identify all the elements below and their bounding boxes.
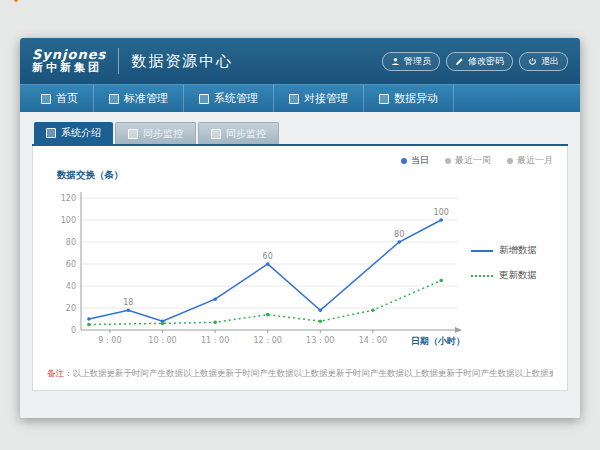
filter-last-week[interactable]: 最近一周: [445, 154, 491, 167]
home-icon: [41, 94, 51, 104]
svg-text:日期（小时）: 日期（小时）: [411, 336, 465, 346]
tab-bar: 系统介绍 同步监控 同步监控: [34, 122, 568, 144]
svg-text:120: 120: [61, 194, 76, 203]
svg-text:11：00: 11：00: [201, 336, 229, 345]
nav-label: 标准管理: [124, 91, 168, 106]
company-logo[interactable]: Synjones 新中新集团: [32, 48, 106, 74]
svg-text:100: 100: [61, 216, 76, 225]
svg-text:12：00: 12：00: [254, 336, 282, 345]
solid-line-icon: [471, 250, 493, 252]
chart-panel: 当日 最近一周 最近一月 数据交换（条） 0204060801001209：00…: [32, 146, 568, 391]
nav-item-home[interactable]: 首页: [26, 85, 94, 112]
svg-text:100: 100: [434, 208, 449, 217]
chart-row: 0204060801001209：0010：0011：0012：0013：001…: [47, 182, 553, 360]
logout-icon: [528, 57, 537, 66]
footnote: 备注：以上数据更新于时间产生数据以上数据更新于时间产生数据以上数据更新于时间产生…: [47, 368, 553, 380]
grid-icon: [46, 128, 56, 138]
tab-label: 系统介绍: [61, 126, 101, 140]
page-title: 数据资源中心: [131, 52, 233, 71]
app-header: Synjones 新中新集团 数据资源中心 管理员 修改密码 退出: [20, 38, 580, 84]
svg-text:60: 60: [66, 260, 76, 269]
header-divider: [118, 48, 119, 74]
svg-text:20: 20: [66, 304, 76, 313]
logo-company-name: 新中新集团: [32, 62, 106, 74]
svg-text:80: 80: [66, 238, 76, 247]
legend-item-updated-data[interactable]: 更新数据: [471, 269, 551, 282]
nav-item-integration[interactable]: 对接管理: [274, 85, 364, 112]
nav-item-system[interactable]: 系统管理: [184, 85, 274, 112]
dot-icon: [445, 158, 451, 164]
monitor-icon: [211, 129, 221, 139]
svg-text:9：00: 9：00: [98, 336, 121, 345]
legend-label: 更新数据: [499, 269, 537, 282]
nav-label: 首页: [56, 91, 78, 106]
footnote-label: 备注：: [47, 368, 73, 378]
admin-user-button[interactable]: 管理员: [382, 52, 440, 71]
svg-text:13：00: 13：00: [306, 336, 334, 345]
legend-label: 新增数据: [499, 244, 537, 257]
chart-legend: 新增数据 更新数据: [471, 244, 551, 282]
change-password-button[interactable]: 修改密码: [446, 52, 513, 71]
nav-label: 对接管理: [304, 91, 348, 106]
tab-system-intro[interactable]: 系统介绍: [34, 122, 113, 144]
edit-icon: [455, 57, 464, 66]
user-icon: [391, 57, 400, 66]
svg-text:40: 40: [66, 282, 76, 291]
time-filter-group: 当日 最近一周 最近一月: [47, 154, 553, 167]
y-axis-title: 数据交换（条）: [57, 169, 553, 182]
filter-today[interactable]: 当日: [401, 154, 429, 167]
logo-wordmark: Synjones: [32, 48, 106, 62]
svg-text:18: 18: [123, 298, 133, 307]
svg-text:14：00: 14：00: [359, 336, 387, 345]
logout-button[interactable]: 退出: [519, 52, 568, 71]
filter-last-month[interactable]: 最近一月: [507, 154, 553, 167]
integration-icon: [289, 94, 299, 104]
svg-text:0: 0: [71, 326, 76, 335]
filter-label: 最近一月: [517, 154, 553, 167]
nav-label: 系统管理: [214, 91, 258, 106]
tab-sync-monitor-1[interactable]: 同步监控: [115, 122, 196, 144]
content-area: 系统介绍 同步监控 同步监控 当日 最近一周: [20, 112, 580, 418]
data-change-icon: [379, 94, 389, 104]
filter-label: 当日: [411, 154, 429, 167]
svg-text:10：00: 10：00: [148, 336, 176, 345]
tab-label: 同步监控: [226, 127, 266, 141]
legend-item-new-data[interactable]: 新增数据: [471, 244, 551, 257]
dotted-line-icon: [471, 275, 493, 277]
filter-label: 最近一周: [455, 154, 491, 167]
main-nav: 首页 标准管理 系统管理 对接管理 数据异动: [20, 84, 580, 112]
tab-label: 同步监控: [143, 127, 183, 141]
change-password-label: 修改密码: [468, 55, 504, 68]
tab-sync-monitor-2[interactable]: 同步监控: [198, 122, 279, 144]
svg-text:80: 80: [394, 230, 404, 239]
system-icon: [199, 94, 209, 104]
nav-item-standards[interactable]: 标准管理: [94, 85, 184, 112]
admin-user-label: 管理员: [404, 55, 431, 68]
dot-icon: [507, 158, 513, 164]
nav-item-data-change[interactable]: 数据异动: [364, 85, 454, 112]
app-window: Synjones 新中新集团 数据资源中心 管理员 修改密码 退出 首页: [20, 38, 580, 418]
dot-icon: [401, 158, 407, 164]
nav-label: 数据异动: [394, 91, 438, 106]
line-chart: 0204060801001209：0010：0011：0012：0013：001…: [47, 182, 467, 360]
monitor-icon: [128, 129, 138, 139]
header-actions: 管理员 修改密码 退出: [382, 52, 568, 71]
logout-label: 退出: [541, 55, 559, 68]
svg-text:60: 60: [263, 252, 273, 261]
standards-icon: [109, 94, 119, 104]
footnote-text: 以上数据更新于时间产生数据以上数据更新于时间产生数据以上数据更新于时间产生数据以…: [73, 368, 554, 378]
